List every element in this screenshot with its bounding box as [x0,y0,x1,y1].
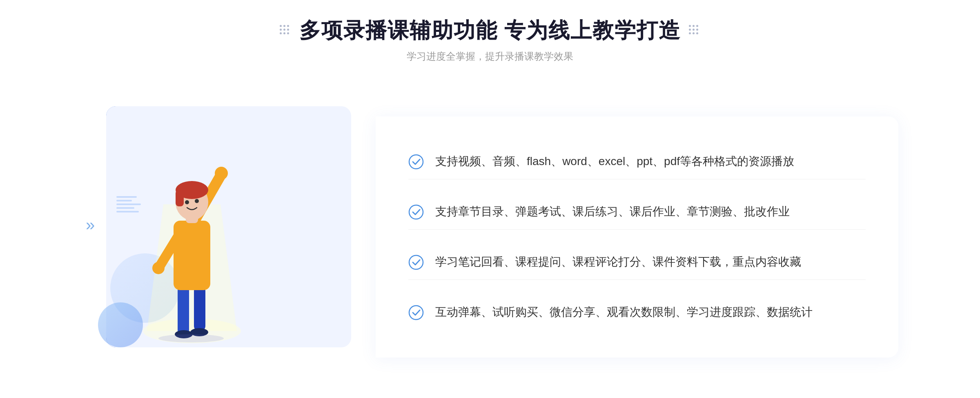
svg-rect-3 [194,286,205,331]
feature-text-3: 学习笔记回看、课程提问、课程评论打分、课件资料下载，重点内容收藏 [435,253,801,271]
svg-rect-2 [178,286,189,335]
check-icon-3 [408,255,424,270]
subtitle: 学习进度全掌握，提升录播课教学效果 [280,50,700,63]
feature-item-2: 支持章节目录、弹题考试、课后练习、课后作业、章节测验、批改作业 [408,195,866,230]
dots-decoration-right [689,25,700,36]
svg-point-20 [409,255,423,269]
main-title: 多项录播课辅助功能 专为线上教学打造 [280,16,700,45]
svg-rect-14 [176,190,184,206]
illustration-area: » [74,82,384,368]
svg-point-10 [152,262,165,274]
svg-point-18 [409,155,423,169]
svg-point-15 [185,200,189,204]
svg-point-21 [409,306,423,320]
feature-item-1: 支持视频、音频、flash、word、excel、ppt、pdf等各种格式的资源… [408,144,866,179]
chevron-decoration: » [86,216,95,234]
feature-text-1: 支持视频、音频、flash、word、excel、ppt、pdf等各种格式的资源… [435,152,794,171]
check-icon-4 [408,305,424,320]
dots-decoration-left [280,25,291,36]
svg-point-9 [215,167,228,180]
svg-point-16 [195,199,199,203]
feature-card: 支持视频、音频、flash、word、excel、ppt、pdf等各种格式的资源… [376,116,898,358]
feature-text-2: 支持章节目录、弹题考试、课后练习、课后作业、章节测验、批改作业 [435,203,790,221]
check-icon-1 [408,154,424,170]
person-illustration [131,131,253,368]
feature-item-3: 学习笔记回看、课程提问、课程评论打分、课件资料下载，重点内容收藏 [408,245,866,280]
feature-item-4: 互动弹幕、试听购买、微信分享、观看次数限制、学习进度跟踪、数据统计 [408,295,866,330]
svg-point-19 [409,205,423,219]
svg-point-17 [158,334,224,342]
page-header: 多项录播课辅助功能 专为线上教学打造 学习进度全掌握，提升录播课教学效果 [280,16,700,63]
main-content: » [41,82,939,368]
check-icon-2 [408,204,424,220]
feature-text-4: 互动弹幕、试听购买、微信分享、观看次数限制、学习进度跟踪、数据统计 [435,303,813,322]
